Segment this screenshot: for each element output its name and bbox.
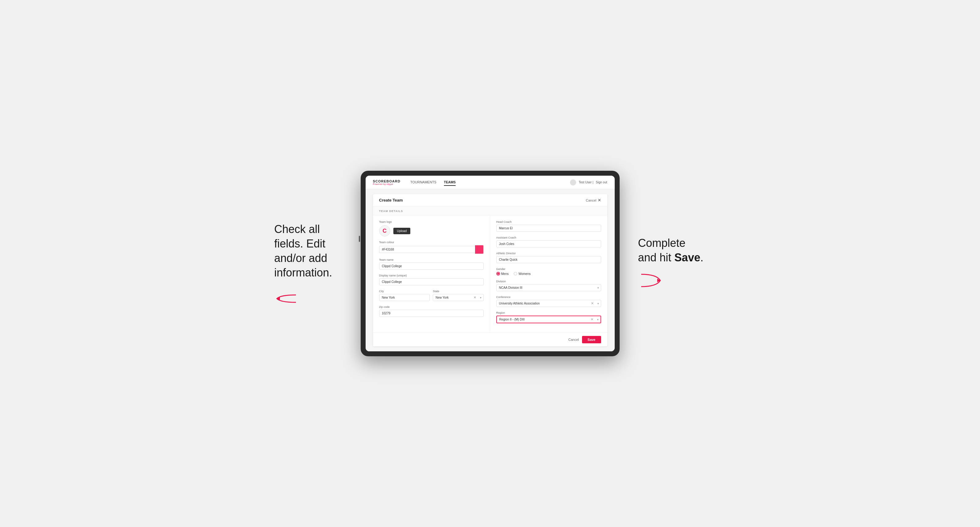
- conference-chevron-icon: ▾: [596, 302, 601, 305]
- upload-button[interactable]: Upload: [393, 228, 410, 234]
- assistant-coach-label: Assistant Coach: [496, 236, 601, 239]
- team-name-input[interactable]: Clippd College: [379, 263, 484, 270]
- team-name-label: Team name: [379, 258, 484, 261]
- division-select-wrapper: NCAA Division III ▾: [496, 284, 601, 291]
- brand-subtitle: Powered by clippd: [373, 183, 401, 185]
- zip-label: Zip code: [379, 305, 484, 308]
- state-chevron-icon: ▾: [478, 296, 484, 299]
- zip-group: Zip code 10279: [379, 305, 484, 317]
- signout-link[interactable]: Sign out: [596, 181, 607, 184]
- conference-clear-icon[interactable]: ✕: [589, 302, 596, 305]
- region-select[interactable]: Region II - (M) DIII: [497, 316, 589, 323]
- region-select-wrapper: Region II - (M) DIII ✕ ▾: [496, 316, 601, 323]
- head-coach-label: Head Coach: [496, 221, 601, 224]
- state-label: State: [433, 290, 484, 293]
- city-label: City: [379, 290, 430, 293]
- division-chevron-icon: ▾: [596, 286, 601, 289]
- logo-circle: C: [379, 225, 390, 237]
- team-colour-input[interactable]: #F43168: [379, 246, 475, 253]
- main-content: Create Team Cancel ✕ TEAM DETAILS: [366, 189, 615, 351]
- tablet-screen: SCOREBOARD Powered by clippd TOURNAMENTS…: [366, 176, 615, 351]
- team-colour-group: Team colour #F43168: [379, 241, 484, 254]
- display-name-input[interactable]: Clippd College: [379, 278, 484, 286]
- zip-input[interactable]: 10279: [379, 310, 484, 317]
- athletic-director-input[interactable]: Charlie Quick: [496, 256, 601, 263]
- division-label: Division: [496, 280, 601, 283]
- nav-items: TOURNAMENTS TEAMS: [410, 179, 570, 186]
- team-logo-section: Team logo C Upload: [379, 221, 484, 237]
- brand-title: SCOREBOARD: [373, 179, 401, 183]
- gender-radio-group: Mens Womens: [496, 272, 601, 276]
- region-clear-icon[interactable]: ✕: [589, 317, 595, 321]
- colour-input-row: #F43168: [379, 245, 484, 254]
- mens-label: Mens: [501, 272, 509, 276]
- section-label: TEAM DETAILS: [373, 206, 607, 216]
- nav-tournaments[interactable]: TOURNAMENTS: [410, 179, 436, 186]
- display-name-label: Display name (unique): [379, 274, 484, 277]
- athletic-director-label: Athletic Director: [496, 252, 601, 255]
- state-select-wrapper: New York ✕ ▾: [433, 294, 484, 301]
- color-swatch[interactable]: [475, 245, 484, 254]
- state-clear-icon[interactable]: ✕: [472, 295, 478, 300]
- city-input[interactable]: New York: [379, 294, 430, 301]
- conference-select[interactable]: University Athletic Association: [496, 300, 589, 306]
- conference-group: Conference University Athletic Associati…: [496, 295, 601, 307]
- city-state-row: City New York State New York: [379, 290, 484, 301]
- left-arrow-icon: [274, 292, 299, 305]
- brand-logo: SCOREBOARD Powered by clippd: [373, 179, 401, 185]
- right-arrow-icon: [638, 271, 663, 290]
- user-label: Test User |: [579, 181, 593, 184]
- division-group: Division NCAA Division III ▾: [496, 280, 601, 291]
- region-chevron-icon: ▾: [595, 318, 600, 321]
- assistant-coach-group: Assistant Coach Josh Coles: [496, 236, 601, 248]
- city-group: City New York: [379, 290, 430, 301]
- region-group: Region Region II - (M) DIII ✕ ▾: [496, 311, 601, 323]
- cancel-button[interactable]: Cancel: [568, 338, 579, 341]
- form-right: Head Coach Marcus El Assistant Coach Jos…: [490, 216, 607, 333]
- user-avatar: [570, 179, 576, 186]
- nav-teams[interactable]: TEAMS: [444, 179, 456, 186]
- assistant-coach-input[interactable]: Josh Coles: [496, 240, 601, 248]
- cancel-header-label: Cancel: [586, 198, 596, 202]
- region-label: Region: [496, 311, 601, 314]
- state-select[interactable]: New York: [433, 294, 472, 301]
- mens-radio-dot: [496, 272, 500, 276]
- form-header: Create Team Cancel ✕: [373, 194, 607, 206]
- form-card: Create Team Cancel ✕ TEAM DETAILS: [373, 194, 607, 346]
- athletic-director-group: Athletic Director Charlie Quick: [496, 252, 601, 263]
- team-logo-label: Team logo: [379, 221, 484, 224]
- conference-label: Conference: [496, 295, 601, 298]
- team-name-group: Team name Clippd College: [379, 258, 484, 270]
- close-icon: ✕: [598, 198, 601, 203]
- womens-radio-dot: [514, 272, 517, 276]
- cancel-header-button[interactable]: Cancel ✕: [586, 198, 601, 203]
- conference-select-wrapper: University Athletic Association ✕ ▾: [496, 300, 601, 307]
- right-annotation-text: Complete and hit Save.: [638, 236, 706, 265]
- gender-womens-option[interactable]: Womens: [514, 272, 531, 276]
- state-group: State New York ✕ ▾: [433, 290, 484, 301]
- form-title: Create Team: [379, 198, 403, 203]
- gender-group: Gender Mens Womens: [496, 268, 601, 276]
- nav-right: Test User | Sign out: [570, 179, 607, 186]
- womens-label: Womens: [519, 272, 531, 276]
- head-coach-group: Head Coach Marcus El: [496, 221, 601, 232]
- gender-mens-option[interactable]: Mens: [496, 272, 509, 276]
- form-left: Team logo C Upload Team colour #F: [373, 216, 490, 333]
- save-button[interactable]: Save: [582, 336, 601, 343]
- division-select[interactable]: NCAA Division III: [496, 284, 596, 291]
- gender-label: Gender: [496, 268, 601, 271]
- navbar: SCOREBOARD Powered by clippd TOURNAMENTS…: [366, 176, 615, 189]
- left-annotation-text: Check all fields. Edit and/or add inform…: [274, 222, 342, 280]
- form-footer: Cancel Save: [373, 333, 607, 346]
- display-name-group: Display name (unique) Clippd College: [379, 274, 484, 286]
- logo-upload-row: C Upload: [379, 225, 484, 237]
- head-coach-input[interactable]: Marcus El: [496, 225, 601, 232]
- team-colour-label: Team colour: [379, 241, 484, 244]
- form-body: Team logo C Upload Team colour #F: [373, 216, 607, 333]
